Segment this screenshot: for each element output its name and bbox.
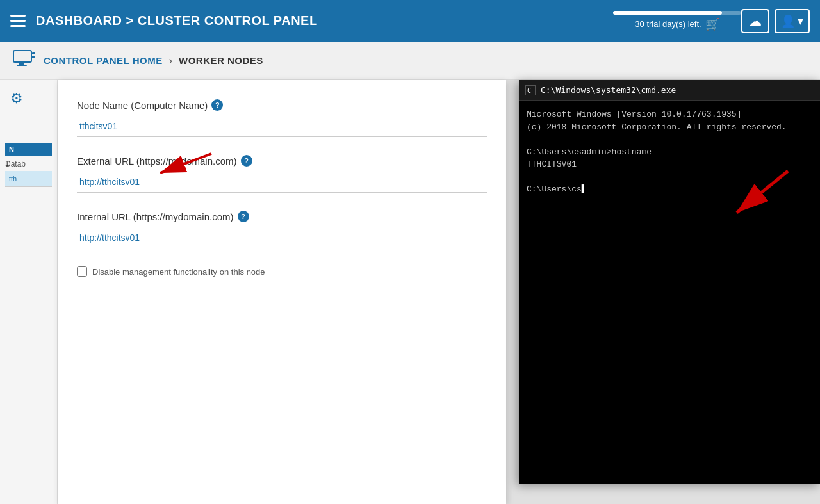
table-row[interactable]: tth	[5, 171, 52, 187]
topbar: DASHBOARD > CLUSTER CONTROL PANEL 30 tri…	[0, 0, 820, 42]
trial-info: 30 trial day(s) left. 🛒	[635, 17, 719, 31]
node-name-label: Node Name (Computer Name) ?	[77, 99, 487, 111]
table-header: N	[5, 143, 52, 156]
breadcrumb-bar: CONTROL PANEL HOME › WORKER NODES	[0, 42, 820, 80]
control-panel-icon	[13, 50, 36, 72]
external-url-help-icon[interactable]: ?	[241, 155, 252, 167]
cmd-line-4: C:\Users\csadmin>hostname	[527, 146, 812, 159]
cmd-line-7: C:\Users\cs▌	[527, 183, 812, 196]
trial-days-text: 30 trial day(s) left.	[635, 19, 701, 29]
svg-rect-2	[17, 65, 27, 66]
breadcrumb-separator: ›	[169, 55, 172, 67]
page-title: DASHBOARD > CLUSTER CONTROL PANEL	[36, 13, 318, 28]
cmd-title-text: C:\Windows\system32\cmd.exe	[541, 85, 676, 95]
chevron-down-icon: ▾	[798, 14, 803, 28]
hamburger-menu-button[interactable]	[10, 15, 26, 27]
external-url-section: External URL (https://mydomain.com) ?	[77, 155, 487, 193]
svg-text:C: C	[527, 87, 531, 94]
svg-rect-4	[32, 56, 35, 58]
cmd-line-2: (c) 2018 Microsoft Corporation. All righ…	[527, 121, 812, 134]
disable-management-row: Disable management functionality on this…	[77, 266, 487, 277]
cursor-blink: ▌	[582, 184, 587, 194]
cmd-line-6	[527, 171, 812, 184]
cmd-app-icon: C	[525, 85, 536, 95]
external-url-input[interactable]	[77, 172, 487, 193]
node-name-input[interactable]	[77, 116, 487, 137]
svg-rect-0	[13, 51, 31, 62]
database-label: Datab	[0, 157, 31, 171]
topbar-center: 30 trial day(s) left. 🛒	[613, 11, 741, 31]
main-area: ⚙ Datab N 1 tth 1 Worker Node(s) Node Na…	[0, 80, 820, 504]
topbar-left: DASHBOARD > CLUSTER CONTROL PANEL	[10, 13, 613, 28]
node-config-form: Node Name (Computer Name) ? External URL…	[58, 80, 506, 504]
breadcrumb: CONTROL PANEL HOME › WORKER NODES	[44, 55, 263, 67]
cmd-line-5: TTHCITSV01	[527, 158, 812, 171]
gear-icon: ⚙	[0, 80, 57, 117]
cmd-body: Microsoft Windows [Version 10.0.17763.19…	[519, 101, 820, 484]
external-url-label: External URL (https://mydomain.com) ?	[77, 155, 487, 167]
cmd-line-1: Microsoft Windows [Version 10.0.17763.19…	[527, 108, 812, 121]
internal-url-help-icon[interactable]: ?	[238, 211, 249, 222]
cart-icon[interactable]: 🛒	[705, 17, 719, 31]
topbar-right: ☁ 👤 ▾	[741, 9, 810, 33]
left-panel: ⚙ Datab N 1 tth	[0, 80, 58, 504]
cmd-window[interactable]: C C:\Windows\system32\cmd.exe Microsoft …	[519, 80, 820, 484]
user-menu-button[interactable]: 👤 ▾	[775, 9, 810, 33]
cmd-titlebar: C C:\Windows\system32\cmd.exe	[519, 80, 820, 101]
disable-management-label: Disable management functionality on this…	[92, 267, 265, 277]
breadcrumb-current-page: WORKER NODES	[179, 55, 263, 66]
cloud-icon: ☁	[749, 13, 762, 29]
trial-progress-fill	[613, 11, 722, 15]
trial-progress-bar	[613, 11, 741, 15]
cloud-button[interactable]: ☁	[741, 9, 769, 33]
user-icon: 👤	[781, 14, 795, 28]
internal-url-input[interactable]	[77, 227, 487, 248]
node-name-section: Node Name (Computer Name) ?	[77, 99, 487, 137]
cmd-line-3	[527, 133, 812, 146]
node-name-help-icon[interactable]: ?	[211, 99, 223, 111]
svg-rect-1	[19, 62, 24, 65]
internal-url-section: Internal URL (https://mydomain.com) ?	[77, 211, 487, 248]
disable-management-checkbox[interactable]	[77, 266, 87, 277]
breadcrumb-home-link[interactable]: CONTROL PANEL HOME	[44, 55, 163, 66]
internal-url-label: Internal URL (https://mydomain.com) ?	[77, 211, 487, 222]
svg-rect-3	[32, 52, 35, 54]
